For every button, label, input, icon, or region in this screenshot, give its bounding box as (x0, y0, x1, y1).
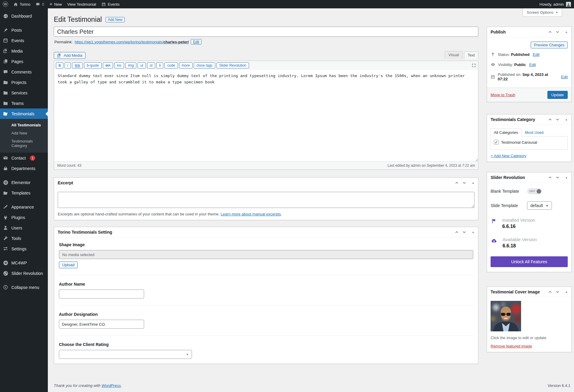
preview-changes-button[interactable]: Preview Changes (531, 42, 568, 48)
comments-shortcut[interactable]: 0 (33, 0, 47, 8)
move-up-icon[interactable] (548, 30, 552, 34)
quicktag-link[interactable]: link (72, 62, 83, 68)
add-new-button[interactable]: Add New (106, 17, 125, 22)
edit-permalink-button[interactable]: Edit (191, 39, 202, 45)
move-up-icon[interactable] (455, 230, 459, 234)
screen-options-tab[interactable]: Screen Options ▼ (523, 8, 562, 17)
sidebar-item-pages[interactable]: Pages (0, 56, 48, 67)
quicktag-italic[interactable]: i (65, 62, 71, 68)
view-testimonial-link[interactable]: View Testimonial (65, 0, 99, 8)
category-checkbox[interactable]: ✓ (494, 140, 499, 145)
quicktag-img[interactable]: img (125, 62, 136, 68)
sidebar-item-templates[interactable]: Templates (0, 188, 48, 198)
sidebar-item-elementor[interactable]: Elementor (0, 177, 48, 188)
move-down-icon[interactable] (556, 118, 559, 121)
move-up-icon[interactable] (548, 290, 552, 294)
collapse-toggle-icon[interactable]: ▲ (472, 181, 474, 184)
sidebar-item-testimonials[interactable]: Testimonials (0, 108, 48, 119)
collapse-toggle-icon[interactable]: ▲ (565, 118, 568, 121)
sidebar-item-tools[interactable]: Tools (0, 233, 48, 244)
add-media-button[interactable]: Add Media (54, 52, 86, 59)
move-up-icon[interactable] (548, 118, 552, 121)
sidebar-item-mc4wp[interactable]: M MC4WP (0, 258, 48, 268)
permalink-url[interactable]: https://wp1.yogsthemes.com/wp/torino/tes… (74, 40, 189, 44)
sidebar-item-collapse-menu[interactable]: Collapse menu (0, 282, 48, 293)
quicktag-ul[interactable]: ul (138, 62, 146, 68)
featured-image-thumbnail[interactable] (491, 301, 521, 331)
edit-published-link[interactable]: Edit (561, 75, 568, 79)
quicktag-code[interactable]: code (164, 62, 178, 68)
add-new-category-link[interactable]: + Add New Category (491, 154, 526, 158)
slide-template-select[interactable]: default ▼ (527, 201, 552, 210)
move-to-trash-link[interactable]: Move to Trash (491, 93, 515, 97)
sidebar-item-posts[interactable]: Posts (0, 25, 48, 35)
sidebar-item-projects[interactable]: Projects (0, 77, 48, 88)
move-down-icon[interactable] (556, 30, 559, 34)
quicktag-li[interactable]: li (156, 62, 163, 68)
sidebar-item-users[interactable]: Users (0, 223, 48, 233)
move-up-icon[interactable] (455, 181, 459, 185)
author-designation-input[interactable] (59, 320, 144, 329)
author-name-input[interactable] (59, 290, 144, 298)
tab-text[interactable]: Text (464, 51, 478, 59)
shape-image-field[interactable] (59, 250, 473, 259)
move-down-icon[interactable] (556, 290, 559, 294)
sidebar-item-media[interactable]: Media (0, 46, 48, 56)
events-shortcut[interactable]: Events (99, 0, 122, 8)
sidebar-item-settings[interactable]: Settings (0, 244, 48, 254)
sidebar-subitem-testimonials-category[interactable]: Testimonials Category (0, 137, 48, 150)
edit-visibility-link[interactable]: Edit (529, 62, 536, 67)
slide-template-label: Slide Template (491, 203, 527, 208)
sidebar-item-comments[interactable]: Comments (0, 67, 48, 77)
manual-excerpts-link[interactable]: Learn more about manual excerpts (221, 212, 281, 216)
move-down-icon[interactable] (462, 181, 466, 185)
tab-visual[interactable]: Visual (445, 51, 462, 59)
update-button[interactable]: Update (547, 91, 568, 99)
collapse-toggle-icon[interactable]: ▲ (565, 176, 568, 179)
sidebar-item-services[interactable]: Services (0, 88, 48, 98)
site-link[interactable]: Torino (11, 0, 33, 8)
remove-featured-image-link[interactable]: Remove featured image (491, 344, 532, 348)
sidebar-item-plugins[interactable]: Plugins (0, 212, 48, 223)
sidebar-subitem-add-new[interactable]: Add New (0, 129, 48, 137)
sidebar-item-teams[interactable]: Teams (0, 98, 48, 108)
tab-most-used[interactable]: Most Used (521, 129, 547, 136)
excerpt-textarea[interactable] (58, 192, 474, 208)
new-content-menu[interactable]: + New (47, 0, 65, 8)
sidebar-subitem-all-testimonials[interactable]: All Testimonials (0, 121, 48, 129)
quicktag-more[interactable]: more (179, 62, 193, 68)
upload-button[interactable]: Upload (59, 261, 78, 268)
quicktag-blockquote[interactable]: b-quote (84, 62, 102, 68)
fullscreen-expand-icon[interactable] (471, 63, 476, 68)
post-content-textarea[interactable]: Standard dummy text ever since Itum null… (54, 70, 478, 161)
sidebar-item-contact[interactable]: Contact 1 (0, 153, 48, 163)
unlock-all-features-button[interactable]: Unlock All Features (491, 256, 568, 267)
edit-status-link[interactable]: Edit (533, 52, 539, 57)
quicktag-ol[interactable]: ol (147, 62, 155, 68)
move-down-icon[interactable] (462, 230, 466, 234)
move-down-icon[interactable] (556, 176, 559, 179)
sidebar-item-dashboard[interactable]: Dashboard (0, 11, 48, 21)
quicktag-del[interactable]: del (103, 62, 113, 68)
post-title-input[interactable] (54, 27, 478, 37)
quicktag-close-tags[interactable]: close tags (194, 62, 215, 68)
blank-template-toggle[interactable]: OFF (527, 188, 542, 194)
collapse-toggle-icon[interactable]: ▲ (565, 30, 568, 33)
howdy-text[interactable]: Howdy, admin (540, 2, 564, 7)
collapse-toggle-icon[interactable]: ▲ (565, 290, 568, 293)
sidebar-item-appearance[interactable]: Appearance (0, 202, 48, 212)
sidebar-item-slider-revolution[interactable]: Slider Revolution (0, 268, 48, 278)
sidebar-item-events[interactable]: Events (0, 35, 48, 46)
tab-all-categories[interactable]: All Categories (491, 128, 521, 137)
quicktag-ins[interactable]: ins (114, 62, 124, 68)
wordpress-menu[interactable]: W (0, 0, 11, 8)
move-up-icon[interactable] (548, 176, 552, 179)
client-rating-select[interactable]: ▼ (59, 350, 192, 359)
collapse-toggle-icon[interactable]: ▲ (472, 231, 474, 234)
user-avatar[interactable] (566, 2, 571, 7)
quicktag-slider-revolution[interactable]: Slider Revolution (216, 62, 249, 68)
category-item[interactable]: ✓ Testimonial Carousal (494, 140, 564, 145)
wordpress-link[interactable]: WordPress (102, 383, 121, 388)
quicktag-bold[interactable]: b (56, 62, 63, 68)
sidebar-item-departments[interactable]: Departments (0, 163, 48, 174)
